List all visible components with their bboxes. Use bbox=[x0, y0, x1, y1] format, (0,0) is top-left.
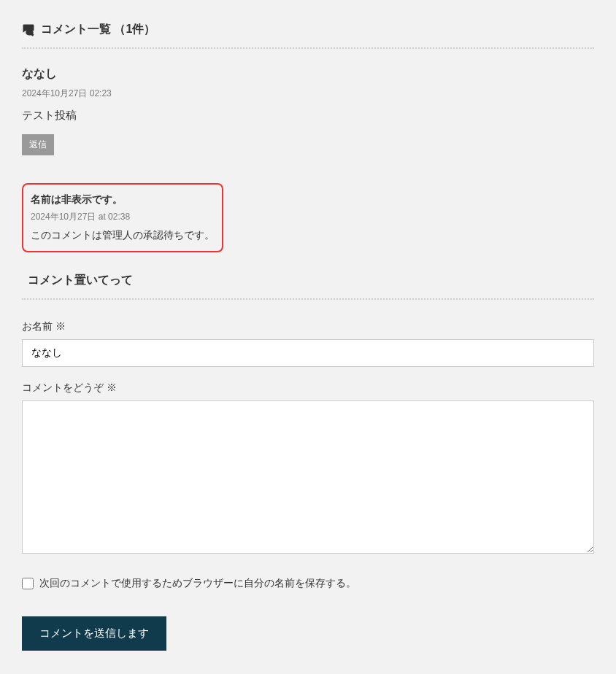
save-name-checkbox[interactable] bbox=[22, 578, 34, 589]
submit-button[interactable]: コメントを送信します bbox=[22, 616, 166, 651]
comment-list-title: コメント一覧 （1件） bbox=[41, 22, 155, 37]
comment-form-header: コメント置いてって bbox=[22, 273, 594, 300]
comments-icon bbox=[22, 23, 35, 36]
comment-author: ななし bbox=[22, 66, 594, 82]
save-name-label[interactable]: 次回のコメントで使用するためブラウザーに自分の名前を保存する。 bbox=[39, 577, 356, 590]
pending-comment-date: 2024年10月27日 at 02:38 bbox=[31, 211, 215, 223]
comment-body: テスト投稿 bbox=[22, 109, 594, 123]
comment-list-header: コメント一覧 （1件） bbox=[22, 22, 594, 49]
comment-form-title: コメント置いてって bbox=[28, 273, 133, 288]
pending-comment-author: 名前は非表示です。 bbox=[31, 193, 215, 206]
comment-label: コメントをどうぞ ※ bbox=[22, 381, 594, 395]
name-label: お名前 ※ bbox=[22, 320, 594, 333]
name-input[interactable] bbox=[22, 339, 594, 367]
comment-item: ななし 2024年10月27日 02:23 テスト投稿 返信 bbox=[22, 66, 594, 155]
comment-textarea[interactable] bbox=[22, 400, 594, 554]
reply-button[interactable]: 返信 bbox=[22, 134, 54, 155]
pending-comment-box: 名前は非表示です。 2024年10月27日 at 02:38 このコメントは管理… bbox=[22, 183, 223, 252]
comment-date: 2024年10月27日 02:23 bbox=[22, 88, 594, 100]
comment-form: お名前 ※ コメントをどうぞ ※ 次回のコメントで使用するためブラウザーに自分の… bbox=[22, 320, 594, 651]
pending-comment-body: このコメントは管理人の承認待ちです。 bbox=[31, 229, 215, 242]
save-name-row: 次回のコメントで使用するためブラウザーに自分の名前を保存する。 bbox=[22, 577, 594, 590]
